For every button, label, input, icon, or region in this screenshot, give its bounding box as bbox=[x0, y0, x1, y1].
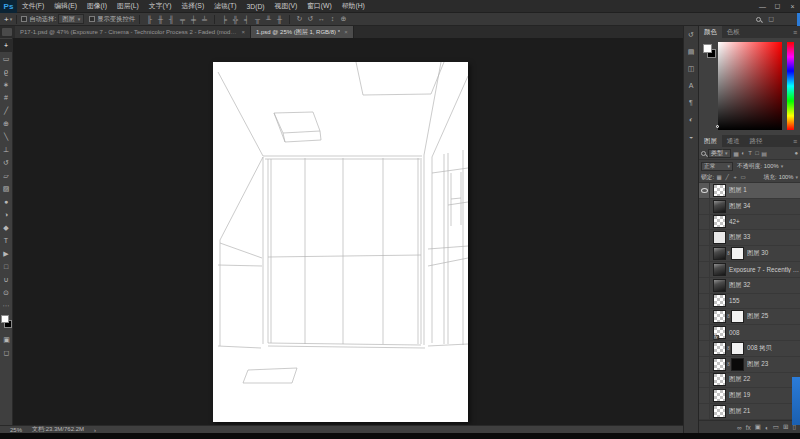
distribute-vertical-icon[interactable]: ╬ bbox=[230, 16, 241, 23]
图层 1[interactable]: 8 fx 图层 1 bbox=[699, 183, 800, 199]
new-group-button[interactable]: ▭ bbox=[773, 423, 779, 431]
008[interactable]: 8 fx 008 bbox=[699, 325, 800, 341]
layer-style-button[interactable]: fx bbox=[746, 424, 751, 431]
distribute-right-icon[interactable]: ╫ bbox=[274, 16, 285, 23]
图层 23[interactable]: 8 fx 图层 23 bbox=[699, 357, 800, 373]
distribute-bottom-icon[interactable]: ╡ bbox=[241, 16, 252, 23]
chevron-down-icon[interactable]: ▾ bbox=[795, 174, 798, 180]
shape-tool[interactable]: □ bbox=[0, 260, 13, 273]
layer-thumbnail[interactable] bbox=[713, 389, 726, 402]
align-top-edges-icon[interactable]: ╤ bbox=[177, 16, 188, 23]
layer-thumbnail[interactable] bbox=[713, 358, 726, 371]
tab-channels[interactable]: 通道 bbox=[722, 135, 745, 147]
align-right-edges-icon[interactable]: ╢ bbox=[166, 16, 177, 23]
quick-selection-tool[interactable]: ∗ bbox=[0, 78, 13, 91]
link-layers-button[interactable]: ∞ bbox=[737, 424, 742, 431]
info-panel-icon[interactable]: ◫ bbox=[685, 64, 697, 74]
layer-thumbnail[interactable] bbox=[713, 310, 726, 323]
show-transform-checkbox[interactable] bbox=[89, 16, 95, 22]
layer-thumbnail[interactable] bbox=[713, 247, 726, 260]
layer-thumbnail[interactable] bbox=[713, 200, 726, 213]
layer-mask-thumbnail[interactable] bbox=[731, 310, 744, 323]
layer-thumbnail[interactable] bbox=[713, 342, 726, 355]
healing-brush-tool[interactable]: ⊕ bbox=[0, 117, 13, 130]
3d-drag-icon[interactable]: ↔ bbox=[316, 15, 327, 23]
foreground-background-swatches[interactable] bbox=[0, 314, 13, 331]
menu-select[interactable]: 选择(S) bbox=[177, 0, 210, 13]
visibility-toggle[interactable] bbox=[699, 373, 710, 388]
visibility-toggle[interactable] bbox=[699, 246, 710, 261]
layer-thumbnail[interactable] bbox=[713, 294, 726, 307]
hue-slider[interactable] bbox=[787, 42, 794, 130]
visibility-toggle[interactable] bbox=[699, 199, 710, 214]
history-panel-icon[interactable]: ↺ bbox=[685, 30, 697, 40]
layer-thumbnail[interactable] bbox=[713, 184, 726, 197]
tool-preset-caret-icon[interactable]: ▾ bbox=[10, 16, 13, 22]
3d-roll-icon[interactable]: ↺ bbox=[305, 15, 316, 23]
lock-image-pixels-icon[interactable]: ╱ bbox=[724, 174, 730, 180]
opacity-value[interactable]: 100% bbox=[764, 163, 779, 169]
visibility-toggle[interactable] bbox=[699, 325, 710, 340]
eraser-tool[interactable]: ▱ bbox=[0, 169, 13, 182]
tab-layers[interactable]: 图层 bbox=[699, 135, 722, 147]
menu-edit[interactable]: 编辑(E) bbox=[49, 0, 82, 13]
filter-adjustment-layers-icon[interactable]: ◐ bbox=[740, 150, 747, 157]
blur-tool[interactable]: ● bbox=[0, 195, 13, 208]
menu-type[interactable]: 文字(Y) bbox=[144, 0, 177, 13]
layer-thumbnail[interactable] bbox=[713, 215, 726, 228]
brush-tool[interactable]: ╲ bbox=[0, 130, 13, 143]
distribute-horizontal-icon[interactable]: ╨ bbox=[263, 16, 274, 23]
crop-tool[interactable]: # bbox=[0, 91, 13, 104]
minimize-button[interactable]: — bbox=[755, 0, 770, 13]
gradient-tool[interactable]: ▨ bbox=[0, 182, 13, 195]
align-horizontal-centers-icon[interactable]: ╫ bbox=[155, 16, 166, 23]
图层 30[interactable]: 8 fx 图层 30 bbox=[699, 246, 800, 262]
menu-file[interactable]: 文件(F) bbox=[17, 0, 49, 13]
quick-mask-button[interactable]: ▣ bbox=[0, 333, 13, 346]
align-vertical-centers-icon[interactable]: ╪ bbox=[188, 16, 199, 23]
3d-rotate-icon[interactable]: ↻ bbox=[294, 15, 305, 23]
visibility-toggle[interactable] bbox=[699, 294, 710, 309]
eyedropper-tool[interactable]: ╱ bbox=[0, 104, 13, 117]
Exposure 7 - Recently Use...[interactable]: 8 fx Exposure 7 - Recently Use... bbox=[699, 262, 800, 278]
图层 33[interactable]: 8 fx 图层 33 bbox=[699, 230, 800, 246]
search-icon[interactable] bbox=[756, 17, 761, 22]
layer-thumbnail[interactable] bbox=[713, 279, 726, 292]
layer-thumbnail[interactable] bbox=[713, 405, 726, 418]
layer-thumbnail[interactable] bbox=[713, 263, 726, 276]
add-layer-mask-button[interactable]: ▣ bbox=[755, 423, 761, 431]
edit-toolbar-button[interactable]: ⋯ bbox=[0, 299, 13, 312]
auto-select-dropdown[interactable]: 图层 ▾ bbox=[58, 14, 84, 24]
visibility-toggle[interactable] bbox=[699, 357, 710, 372]
saturation-brightness-picker[interactable] bbox=[718, 42, 782, 130]
图层 19[interactable]: 8 fx 图层 19 bbox=[699, 388, 800, 404]
new-adjustment-layer-button[interactable]: ◐ bbox=[765, 424, 769, 431]
menu-help[interactable]: 帮助(H) bbox=[337, 0, 370, 13]
properties-panel-icon[interactable]: ▤ bbox=[685, 47, 697, 57]
visibility-toggle[interactable] bbox=[699, 404, 710, 419]
3d-scale-icon[interactable]: ⊕ bbox=[338, 15, 349, 23]
menu-image[interactable]: 图像(I) bbox=[82, 0, 112, 13]
blend-mode-dropdown[interactable]: 正常 ▾ bbox=[701, 162, 733, 171]
layer-mask-thumbnail[interactable] bbox=[731, 247, 744, 260]
character-panel-icon[interactable]: A bbox=[685, 81, 697, 91]
close-button[interactable]: × bbox=[785, 0, 800, 13]
layer-thumbnail[interactable] bbox=[713, 373, 726, 386]
move-tool[interactable]: + bbox=[0, 39, 13, 52]
3d-slide-icon[interactable]: ↕ bbox=[327, 15, 338, 23]
color-panel-swatches[interactable] bbox=[702, 43, 717, 58]
document-tab-1[interactable]: P17-1.psd @ 47% (Exposure 7 - Cinema - T… bbox=[15, 26, 251, 38]
lock-position-icon[interactable]: + bbox=[732, 174, 738, 180]
menu-layer[interactable]: 图层(L) bbox=[112, 0, 144, 13]
008 拷贝[interactable]: 8 fx 008 拷贝 bbox=[699, 341, 800, 357]
lock-transparent-pixels-icon[interactable]: ▦ bbox=[716, 174, 722, 180]
filter-toggle-icon[interactable]: ● bbox=[794, 150, 798, 156]
图层 32[interactable]: 8 fx 图层 32 bbox=[699, 278, 800, 294]
restore-button[interactable]: ◻ bbox=[770, 0, 785, 13]
fill-value[interactable]: 100% bbox=[779, 174, 794, 180]
foreground-color-swatch[interactable] bbox=[1, 315, 9, 323]
align-left-edges-icon[interactable]: ╟ bbox=[144, 16, 155, 23]
visibility-toggle[interactable] bbox=[699, 183, 710, 198]
visibility-toggle[interactable] bbox=[699, 215, 710, 230]
canvas-area[interactable] bbox=[13, 38, 683, 425]
